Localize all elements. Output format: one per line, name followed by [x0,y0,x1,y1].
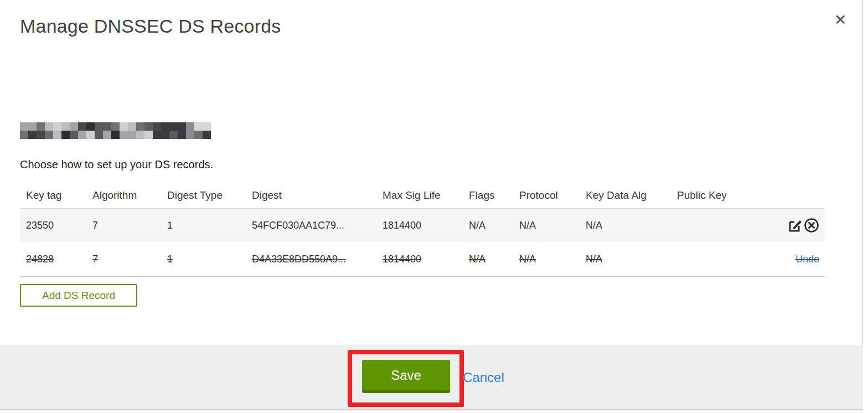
manage-dnssec-modal: Manage DNSSEC DS Records ✕ Choose how to… [0,0,863,410]
cell-algorithm: 7 [92,254,167,265]
cell-max-sig-life: 1814400 [383,254,469,265]
table-row-deleted: 24828 7 1 D4A33E8DD550A9... 1814400 N/A … [20,242,825,277]
column-header-digest-type: Digest Type [167,189,252,202]
delete-icon[interactable] [804,218,819,233]
cancel-link[interactable]: Cancel [463,370,504,385]
cell-protocol: N/A [519,254,586,265]
cell-protocol: N/A [519,220,586,231]
row-actions [783,218,825,233]
cell-max-sig-life: 1814400 [383,220,469,231]
column-header-public-key: Public Key [677,189,783,202]
undo-link[interactable]: Undo [795,254,819,265]
column-header-algorithm: Algorithm [92,189,167,202]
modal-footer: Save Cancel [0,345,863,409]
column-header-flags: Flags [469,189,519,202]
edit-icon[interactable] [787,218,803,233]
add-ds-record-button[interactable]: Add DS Record [20,284,137,307]
cell-digest-type: 1 [167,254,252,265]
redacted-domain-name [20,122,214,139]
close-icon[interactable]: ✕ [830,10,850,30]
cell-digest-type: 1 [167,220,252,231]
column-header-key-data-alg: Key Data Alg [586,189,677,202]
cell-flags: N/A [469,254,519,265]
page-title: Manage DNSSEC DS Records [20,16,281,37]
screenshot-stage: Manage DNSSEC DS Records ✕ Choose how to… [0,0,868,413]
cell-algorithm: 7 [92,220,167,231]
table-row: 23550 7 1 54FCF030AA1C79... 1814400 N/A … [20,208,825,242]
row-actions: Undo [783,254,825,265]
column-header-digest: Digest [252,189,383,202]
cell-key-data-alg: N/A [586,220,677,231]
cell-flags: N/A [469,220,519,231]
ds-records-table: Key tag Algorithm Digest Type Digest Max… [20,183,825,277]
save-button[interactable]: Save [362,360,450,393]
subtitle-text: Choose how to set up your DS records. [20,158,213,171]
table-header-row: Key tag Algorithm Digest Type Digest Max… [20,183,825,208]
column-header-max-sig-life: Max Sig Life [383,189,469,202]
column-header-key-tag: Key tag [26,189,92,202]
column-header-protocol: Protocol [519,189,586,202]
cell-digest: D4A33E8DD550A9... [252,254,383,265]
cell-digest: 54FCF030AA1C79... [252,220,383,231]
cell-key-data-alg: N/A [586,254,677,265]
cell-key-tag: 23550 [26,220,92,231]
cell-key-tag: 24828 [26,254,92,265]
